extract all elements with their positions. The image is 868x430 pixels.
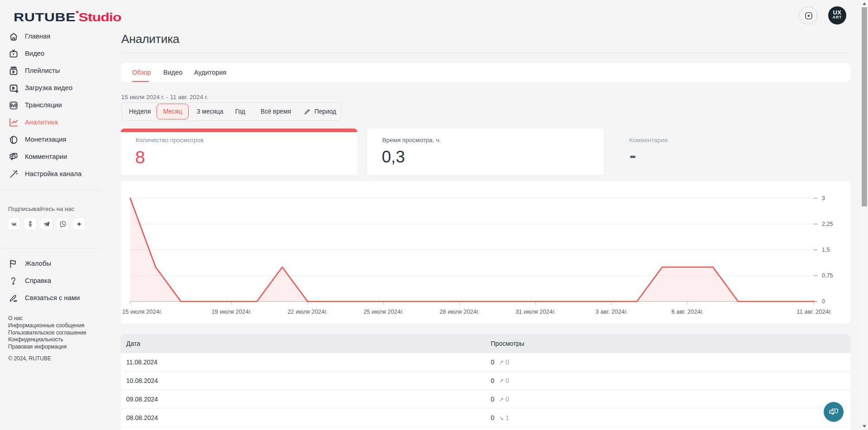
svg-text:22 июля 2024г.: 22 июля 2024г.: [288, 308, 328, 315]
svg-text:19 июля 2024г.: 19 июля 2024г.: [212, 308, 252, 315]
svg-text:3: 3: [822, 195, 825, 201]
svg-text:1,5: 1,5: [822, 247, 830, 253]
svg-text:6 авг. 2024г.: 6 авг. 2024г.: [671, 308, 703, 315]
svg-text:0: 0: [822, 298, 825, 305]
svg-text:3 авг. 2024г.: 3 авг. 2024г.: [595, 308, 627, 315]
svg-text:0,75: 0,75: [822, 272, 833, 279]
svg-text:28 июля 2024г.: 28 июля 2024г.: [440, 308, 480, 315]
svg-text:15 июля 2024г.: 15 июля 2024г.: [122, 308, 162, 315]
svg-text:25 июля 2024г.: 25 июля 2024г.: [364, 308, 404, 315]
svg-text:11 авг. 2024г.: 11 авг. 2024г.: [797, 308, 831, 315]
svg-text:2,25: 2,25: [822, 221, 833, 227]
svg-text:31 июля 2024г.: 31 июля 2024г.: [516, 308, 556, 315]
